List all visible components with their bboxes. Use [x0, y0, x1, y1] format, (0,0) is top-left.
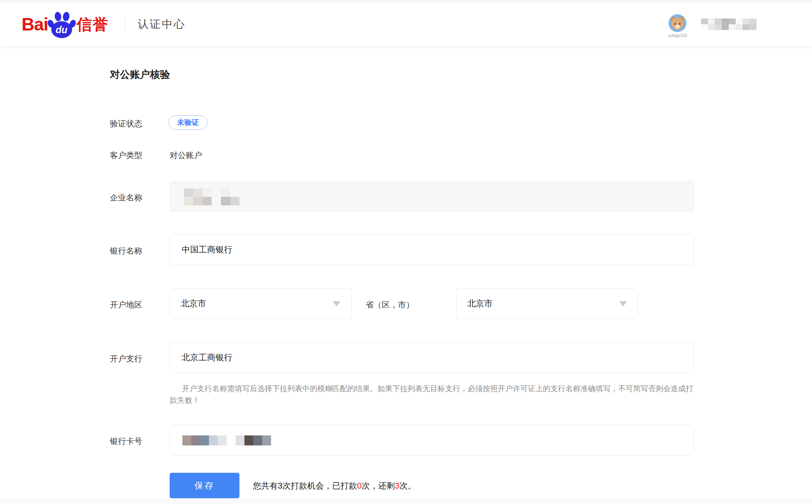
- username-label: zybqjy123: [668, 33, 687, 38]
- header-divider: [125, 17, 125, 32]
- chevron-down-icon: [333, 301, 340, 306]
- customer-type-value: 对公账户: [170, 150, 202, 161]
- province-select[interactable]: 北京市: [170, 288, 352, 319]
- attempts-part2: 次打款机会，已打款: [282, 481, 357, 491]
- page-title: 对公账户核验: [110, 68, 170, 81]
- card-number-input[interactable]: [170, 425, 694, 455]
- region-label: 开户地区: [110, 299, 142, 310]
- logo-text-du: du: [47, 24, 76, 35]
- city-select[interactable]: 北京市: [456, 288, 638, 319]
- company-name-input-disabled: [170, 181, 694, 212]
- status-label: 验证状态: [110, 118, 142, 129]
- attempts-total: 3: [278, 481, 283, 491]
- branch-hint: 开户支行名称需填写后选择下拉列表中的模糊匹配的结果。如果下拉列表无目标支行，必须…: [170, 383, 699, 406]
- baidu-paw-icon: du: [47, 10, 76, 38]
- attempts-used: 0: [357, 481, 362, 491]
- attempts-part3: 次，还剩: [362, 481, 395, 491]
- header: Bai du 信誉 认证中心 zybqjy123: [0, 2, 812, 47]
- user-avatar[interactable]: zybqjy123: [668, 14, 687, 38]
- status-badge: 未验证: [168, 115, 207, 130]
- bank-name-input[interactable]: [170, 234, 694, 265]
- bear-avatar-icon: [669, 14, 686, 32]
- logo-text-suffix: 信誉: [77, 14, 109, 35]
- chevron-down-icon: [619, 301, 627, 306]
- browser-top-strip: [0, 0, 812, 2]
- site-title: 认证中心: [138, 17, 186, 32]
- page: Bai du 信誉 认证中心 zybqjy123 对公账户核验: [0, 0, 812, 504]
- logo-text-bai: Bai: [22, 14, 48, 35]
- baidu-logo[interactable]: Bai du 信誉: [22, 10, 109, 38]
- attempts-part4: 次。: [399, 481, 416, 491]
- page-bottom-strip: [0, 499, 812, 504]
- bank-name-label: 银行名称: [110, 245, 142, 256]
- header-user-area: zybqjy123: [668, 2, 756, 46]
- city-select-value: 北京市: [467, 298, 493, 309]
- attempts-text: 您共有3次打款机会，已打款0次，还剩3次。: [253, 480, 416, 491]
- card-number-label: 银行卡号: [110, 436, 142, 447]
- region-mid-label: 省（区，市）: [366, 299, 414, 310]
- branch-input[interactable]: [170, 342, 694, 373]
- branch-label: 开户支行: [110, 353, 142, 364]
- save-button[interactable]: 保存: [170, 473, 239, 498]
- attempts-remaining: 3: [395, 481, 399, 491]
- redacted-company-name: [184, 188, 239, 205]
- attempts-part1: 您共有: [253, 481, 278, 491]
- redacted-card-number: [182, 435, 271, 445]
- customer-type-label: 客户类型: [110, 150, 142, 161]
- province-select-value: 北京市: [181, 298, 206, 309]
- company-name-label: 企业名称: [110, 192, 142, 203]
- redacted-account-name: [701, 18, 756, 30]
